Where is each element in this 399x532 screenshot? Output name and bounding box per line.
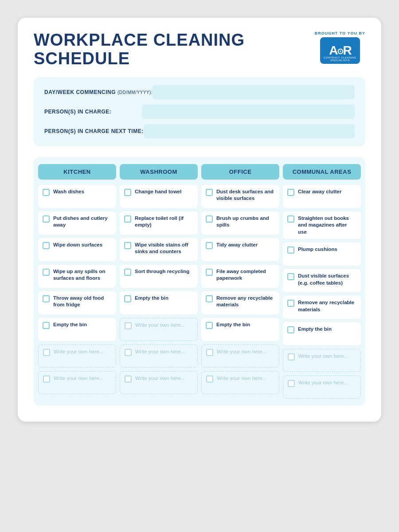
list-item: Straighten out books and magazines after… bbox=[283, 211, 361, 239]
list-item: File away completed paperwork bbox=[201, 265, 279, 288]
task-checkbox[interactable] bbox=[124, 215, 131, 223]
list-item: Wipe up any spills on surfaces and floor… bbox=[38, 265, 116, 288]
logo-text: A⊙R bbox=[329, 44, 351, 57]
task-placeholder-text[interactable]: Write your own here... bbox=[54, 375, 103, 382]
logo-box: A⊙R CONTRACT CLEANING SPECIALISTS bbox=[320, 37, 360, 64]
next-person-label: PERSON(S) IN CHARGE NEXT TIME: bbox=[44, 128, 144, 134]
kitchen-column: Wash dishes Put dishes and cutlery away … bbox=[38, 185, 116, 399]
list-item-placeholder: Write your own here... bbox=[38, 371, 116, 394]
task-text: Straighten out books and magazines after… bbox=[298, 215, 356, 236]
task-text: Change hand towel bbox=[135, 188, 181, 196]
logo-sub: CONTRACT CLEANING SPECIALISTS bbox=[320, 56, 360, 62]
list-item-placeholder: Write your own here... bbox=[120, 371, 198, 394]
logo-area: BROUGHT TO YOU BY A⊙R CONTRACT CLEANING … bbox=[315, 31, 365, 64]
task-checkbox[interactable] bbox=[206, 215, 213, 223]
task-rows: Wash dishes Put dishes and cutlery away … bbox=[38, 185, 361, 399]
list-item: Remove any recyclable materials bbox=[201, 291, 279, 314]
communal-column: Clear away clutter Straighten out books … bbox=[283, 185, 361, 399]
task-placeholder-text[interactable]: Write your own here... bbox=[135, 375, 185, 382]
list-item-placeholder: Write your own here... bbox=[38, 344, 116, 368]
date-input[interactable] bbox=[153, 85, 355, 99]
task-checkbox[interactable] bbox=[287, 189, 294, 196]
list-item: Clear away clutter bbox=[283, 185, 361, 208]
task-checkbox[interactable] bbox=[43, 215, 50, 223]
col-header-office: OFFICE bbox=[201, 164, 279, 180]
task-text: Put dishes and cutlery away bbox=[53, 215, 112, 229]
task-text: Clear away clutter bbox=[298, 188, 341, 196]
task-checkbox[interactable] bbox=[124, 269, 131, 276]
list-item: Wipe down surfaces bbox=[38, 238, 116, 261]
task-text: Empty the bin bbox=[216, 321, 250, 329]
list-item-placeholder: Write your own here... bbox=[120, 344, 198, 368]
list-item: Change hand towel bbox=[120, 185, 198, 208]
task-checkbox[interactable] bbox=[125, 322, 132, 329]
col-header-kitchen: KITCHEN bbox=[38, 164, 116, 180]
list-item: Plump cushions bbox=[283, 243, 361, 266]
list-item-placeholder: Write your own here... bbox=[283, 349, 361, 372]
task-checkbox[interactable] bbox=[43, 349, 50, 356]
task-checkbox[interactable] bbox=[43, 376, 50, 383]
task-placeholder-text[interactable]: Write your own here... bbox=[135, 322, 185, 329]
cleaning-table: KITCHEN WASHROOM OFFICE COMMUNAL AREAS W… bbox=[34, 157, 365, 406]
list-item: Wipe visible stains off sinks and counte… bbox=[120, 238, 198, 261]
task-checkbox[interactable] bbox=[43, 242, 50, 249]
task-checkbox[interactable] bbox=[43, 269, 50, 276]
task-checkbox[interactable] bbox=[287, 326, 294, 333]
header: WORKPLACE CLEANING SCHEDULE BROUGHT TO Y… bbox=[34, 31, 365, 68]
list-item-placeholder: Write your own here... bbox=[120, 318, 198, 341]
date-label: DAY/WEEK COMMENCING (DD/MM/YYYY): bbox=[44, 89, 153, 95]
task-text: Remove any recyclable materials bbox=[216, 295, 275, 309]
task-checkbox[interactable] bbox=[206, 295, 213, 302]
task-placeholder-text[interactable]: Write your own here... bbox=[217, 348, 266, 356]
task-checkbox[interactable] bbox=[206, 349, 213, 356]
task-text: Empty the bin bbox=[53, 321, 87, 329]
task-placeholder-text[interactable]: Write your own here... bbox=[298, 353, 348, 360]
info-section: DAY/WEEK COMMENCING (DD/MM/YYYY): PERSON… bbox=[34, 77, 365, 146]
task-placeholder-text[interactable]: Write your own here... bbox=[217, 375, 266, 382]
info-row-person: PERSON(S) IN CHARGE: bbox=[44, 105, 355, 119]
task-checkbox[interactable] bbox=[124, 242, 131, 249]
person-input[interactable] bbox=[142, 105, 355, 119]
task-text: Brush up crumbs and spills bbox=[216, 215, 275, 229]
task-text: Empty the bin bbox=[135, 295, 168, 302]
task-checkbox[interactable] bbox=[206, 189, 213, 196]
task-checkbox[interactable] bbox=[287, 215, 294, 223]
task-text: Wipe visible stains off sinks and counte… bbox=[135, 242, 193, 255]
task-text: Wash dishes bbox=[53, 188, 84, 196]
task-placeholder-text[interactable]: Write your own here... bbox=[298, 379, 348, 387]
task-checkbox[interactable] bbox=[43, 322, 50, 329]
task-placeholder-text[interactable]: Write your own here... bbox=[135, 348, 185, 356]
list-item-placeholder: Write your own here... bbox=[283, 376, 361, 399]
task-checkbox[interactable] bbox=[124, 189, 131, 196]
task-checkbox[interactable] bbox=[125, 349, 132, 356]
task-text: Tidy away clutter bbox=[216, 242, 258, 249]
task-checkbox[interactable] bbox=[288, 380, 295, 387]
task-checkbox[interactable] bbox=[43, 189, 50, 196]
task-text: Dust visible surfaces (e.g. coffee table… bbox=[298, 273, 356, 286]
task-checkbox[interactable] bbox=[206, 376, 213, 383]
info-row-next-person: PERSON(S) IN CHARGE NEXT TIME: bbox=[44, 124, 355, 138]
task-text: Throw away old food from fridge bbox=[53, 295, 112, 309]
task-checkbox[interactable] bbox=[125, 376, 132, 383]
task-placeholder-text[interactable]: Write your own here... bbox=[54, 348, 103, 356]
info-row-date: DAY/WEEK COMMENCING (DD/MM/YYYY): bbox=[44, 85, 355, 99]
task-checkbox[interactable] bbox=[124, 295, 131, 302]
list-item: Dust desk surfaces and visible surfaces bbox=[201, 185, 279, 208]
task-checkbox[interactable] bbox=[287, 246, 294, 254]
task-text: Empty the bin bbox=[298, 326, 332, 333]
task-checkbox[interactable] bbox=[287, 273, 294, 280]
task-checkbox[interactable] bbox=[206, 269, 213, 276]
task-checkbox[interactable] bbox=[287, 300, 294, 307]
task-checkbox[interactable] bbox=[206, 242, 213, 249]
next-person-input[interactable] bbox=[144, 124, 355, 138]
list-item: Empty the bin bbox=[201, 318, 279, 341]
person-label: PERSON(S) IN CHARGE: bbox=[44, 109, 142, 115]
list-item: Throw away old food from fridge bbox=[38, 291, 116, 314]
task-checkbox[interactable] bbox=[43, 295, 50, 302]
task-checkbox[interactable] bbox=[288, 353, 295, 360]
washroom-column: Change hand towel Replace toilet roll (i… bbox=[120, 185, 198, 399]
task-checkbox[interactable] bbox=[206, 322, 213, 329]
task-text: File away completed paperwork bbox=[216, 268, 275, 282]
task-text: Dust desk surfaces and visible surfaces bbox=[216, 188, 275, 202]
task-text: Plump cushions bbox=[298, 246, 337, 253]
